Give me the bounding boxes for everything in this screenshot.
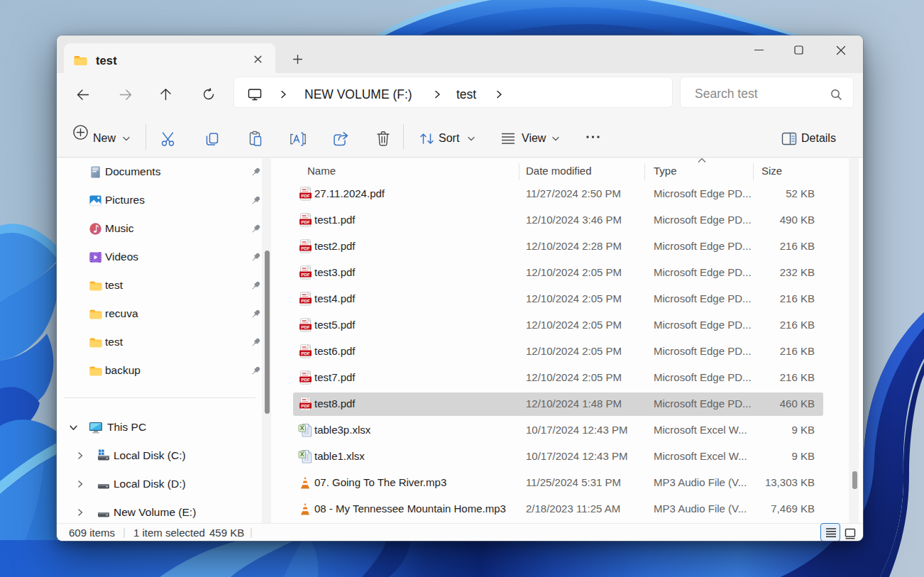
svg-text:PDF: PDF bbox=[301, 298, 310, 303]
svg-text:X: X bbox=[300, 451, 304, 458]
svg-text:PDF: PDF bbox=[301, 246, 310, 251]
svg-text:PDF: PDF bbox=[301, 272, 310, 277]
svg-text:X: X bbox=[300, 424, 304, 432]
svg-text:PDF: PDF bbox=[301, 403, 310, 408]
svg-text:PDF: PDF bbox=[301, 351, 310, 356]
svg-text:PDF: PDF bbox=[301, 324, 310, 329]
svg-text:PDF: PDF bbox=[301, 377, 310, 382]
svg-text:PDF: PDF bbox=[301, 219, 310, 224]
svg-text:PDF: PDF bbox=[301, 193, 310, 198]
